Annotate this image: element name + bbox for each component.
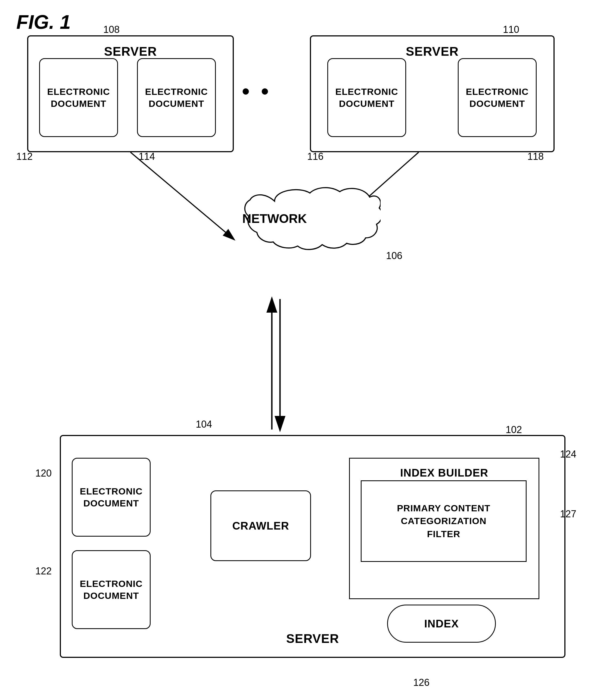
- server-110-box: SERVER ELECTRONIC DOCUMENT ELECTRONIC DO…: [310, 35, 554, 152]
- figure-label: FIG. 1: [16, 11, 71, 33]
- elec-doc-116: ELECTRONIC DOCUMENT: [327, 58, 406, 137]
- crawler-box: CRAWLER: [210, 491, 311, 561]
- ref-118: 118: [527, 151, 544, 162]
- ref-120: 120: [35, 467, 52, 479]
- ref-102: 102: [506, 424, 522, 436]
- elec-doc-122-label: ELECTRONIC DOCUMENT: [80, 578, 143, 601]
- index-box: INDEX: [387, 604, 496, 643]
- elec-doc-116-label: ELECTRONIC DOCUMENT: [335, 86, 398, 110]
- elec-doc-114-label: ELECTRONIC DOCUMENT: [145, 86, 208, 110]
- ref-110: 110: [503, 24, 519, 35]
- pcc-filter-box: PRIMARY CONTENT CATEGORIZATION FILTER: [361, 481, 527, 562]
- diagram-container: FIG. 1 SERVER ELE: [0, 0, 591, 700]
- server-108-label: SERVER: [104, 44, 157, 59]
- elec-doc-120-label: ELECTRONIC DOCUMENT: [80, 485, 143, 509]
- server-110-label: SERVER: [406, 44, 459, 59]
- ref-124: 124: [560, 449, 576, 460]
- index-label: INDEX: [424, 618, 459, 630]
- ref-126: 126: [413, 677, 430, 688]
- crawler-label: CRAWLER: [232, 520, 289, 532]
- ref-114: 114: [139, 151, 155, 162]
- server-102-label: SERVER: [286, 631, 339, 646]
- elec-doc-112: ELECTRONIC DOCUMENT: [39, 58, 118, 137]
- pcc-filter-label: PRIMARY CONTENT CATEGORIZATION FILTER: [397, 502, 490, 541]
- elec-doc-118-label: ELECTRONIC DOCUMENT: [466, 86, 529, 110]
- svg-text:NETWORK: NETWORK: [242, 211, 307, 226]
- ref-108: 108: [103, 24, 120, 35]
- server-102-box: SERVER ELECTRONIC DOCUMENT ELECTRONIC DO…: [60, 435, 566, 658]
- ref-106: 106: [386, 250, 402, 261]
- elec-doc-112-label: ELECTRONIC DOCUMENT: [47, 86, 110, 110]
- index-builder-label: INDEX BUILDER: [400, 467, 488, 479]
- elec-doc-118: ELECTRONIC DOCUMENT: [458, 58, 537, 137]
- server-108-box: SERVER ELECTRONIC DOCUMENT ELECTRONIC DO…: [27, 35, 234, 152]
- dots-separator: • •: [242, 79, 271, 104]
- network-cloud-svg: NETWORK: [169, 185, 381, 302]
- index-builder-box: INDEX BUILDER PRIMARY CONTENT CATEGORIZA…: [349, 458, 539, 599]
- ref-127: 127: [560, 508, 576, 520]
- elec-doc-120: ELECTRONIC DOCUMENT: [72, 458, 151, 536]
- ref-112: 112: [16, 151, 32, 162]
- ref-122: 122: [35, 565, 52, 577]
- ref-104: 104: [196, 419, 212, 430]
- elec-doc-122: ELECTRONIC DOCUMENT: [72, 550, 151, 629]
- ref-116: 116: [307, 151, 324, 162]
- elec-doc-114: ELECTRONIC DOCUMENT: [137, 58, 216, 137]
